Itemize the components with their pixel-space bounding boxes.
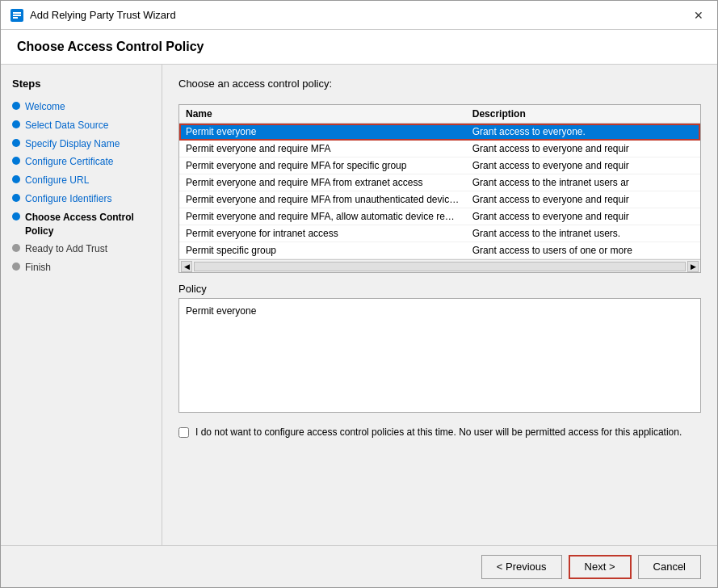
policy-table: Name Description Permit everyoneGrant ac… (179, 105, 700, 259)
sidebar-heading: Steps (9, 78, 153, 90)
table-row[interactable]: Permit everyone and require MFA, allow a… (179, 208, 700, 225)
sidebar-dot-configure-certificate (12, 157, 20, 165)
cancel-button[interactable]: Cancel (638, 555, 701, 579)
table-row[interactable]: Permit everyone for intranet accessGrant… (179, 225, 700, 242)
policy-table-body: Permit everyoneGrant access to everyone.… (179, 124, 700, 259)
sidebar-label-welcome[interactable]: Welcome (25, 100, 65, 114)
sidebar-dot-configure-url (12, 175, 20, 183)
sidebar-item-finish: Finish (9, 258, 153, 277)
sidebar-items: WelcomeSelect Data SourceSpecify Display… (9, 98, 153, 277)
sidebar: Steps WelcomeSelect Data SourceSpecify D… (1, 65, 162, 545)
table-row[interactable]: Permit everyone and require MFA from una… (179, 191, 700, 208)
policy-name-cell: Permit everyone and require MFA for spec… (179, 158, 466, 174)
checkbox-row: I do not want to configure access contro… (178, 426, 701, 439)
sidebar-label-ready-to-add-trust: Ready to Add Trust (25, 242, 107, 256)
horizontal-scrollbar-row: ◀ ▶ (179, 259, 700, 272)
wizard-icon (10, 9, 23, 22)
scroll-left-arrow[interactable]: ◀ (181, 261, 192, 272)
policy-box-inner: Permit everyone (179, 299, 700, 412)
no-policy-checkbox[interactable] (178, 427, 189, 438)
policy-section: Policy Permit everyone (178, 283, 701, 413)
policy-table-container: Name Description Permit everyoneGrant ac… (178, 104, 701, 273)
policy-name-cell: Permit specific group (179, 242, 466, 259)
sidebar-label-configure-certificate[interactable]: Configure Certificate (25, 155, 113, 169)
table-scroll-wrapper[interactable]: Name Description Permit everyoneGrant ac… (179, 105, 700, 259)
sidebar-item-welcome[interactable]: Welcome (9, 98, 153, 116)
sidebar-label-finish: Finish (25, 261, 51, 275)
button-row: < Previous Next > Cancel (1, 545, 717, 587)
sidebar-item-select-data-source[interactable]: Select Data Source (9, 116, 153, 135)
policy-desc-cell: Grant access to everyone and requir (466, 208, 700, 225)
policy-desc-cell: Grant access to the intranet users ar (466, 174, 700, 191)
policy-box-label: Policy (178, 283, 701, 295)
scroll-right-arrow[interactable]: ▶ (687, 261, 699, 272)
col-name-header: Name (179, 105, 466, 124)
sidebar-dot-specify-display-name (12, 139, 20, 147)
policy-desc-cell: Grant access to everyone. (466, 124, 700, 141)
sidebar-dot-finish (12, 262, 20, 271)
sidebar-label-select-data-source[interactable]: Select Data Source (25, 119, 108, 132)
sidebar-label-configure-url[interactable]: Configure URL (25, 174, 89, 187)
title-text: Add Relying Party Trust Wizard (30, 9, 176, 21)
policy-name-cell: Permit everyone (179, 124, 466, 141)
table-row[interactable]: Permit specific groupGrant access to use… (179, 242, 700, 259)
col-description-header: Description (466, 105, 700, 124)
policy-value: Permit everyone (186, 305, 256, 317)
sidebar-label-choose-access-control-policy: Choose Access Control Policy (25, 211, 150, 238)
sidebar-item-choose-access-control-policy: Choose Access Control Policy (9, 208, 153, 241)
horizontal-scrollbar[interactable] (194, 262, 686, 271)
table-row[interactable]: Permit everyone and require MFAGrant acc… (179, 141, 700, 158)
policy-box-container: Permit everyone (178, 298, 701, 413)
checkbox-label[interactable]: I do not want to configure access contro… (195, 426, 682, 439)
policy-desc-cell: Grant access to everyone and requir (466, 141, 700, 158)
sidebar-dot-welcome (12, 102, 20, 110)
dialog-window: Add Relying Party Trust Wizard ✕ Choose … (0, 0, 718, 588)
instruction-label: Choose an access control policy: (178, 78, 701, 90)
sidebar-item-ready-to-add-trust: Ready to Add Trust (9, 240, 153, 258)
previous-button[interactable]: < Previous (481, 555, 562, 579)
policy-desc-cell: Grant access to users of one or more (466, 242, 700, 259)
sidebar-item-specify-display-name[interactable]: Specify Display Name (9, 135, 153, 153)
svg-rect-1 (13, 12, 21, 14)
policy-name-cell: Permit everyone and require MFA, allow a… (179, 208, 466, 225)
policy-name-cell: Permit everyone for intranet access (179, 225, 466, 242)
main-content: Choose an access control policy: Name De… (162, 65, 717, 545)
table-row[interactable]: Permit everyoneGrant access to everyone. (179, 124, 700, 141)
svg-rect-2 (13, 15, 21, 16)
page-title: Choose Access Control Policy (17, 40, 701, 54)
policy-name-cell: Permit everyone and require MFA from una… (179, 191, 466, 208)
content-area: Steps WelcomeSelect Data SourceSpecify D… (1, 65, 717, 545)
sidebar-dot-configure-identifiers (12, 194, 20, 202)
sidebar-item-configure-certificate[interactable]: Configure Certificate (9, 153, 153, 171)
policy-desc-cell: Grant access to the intranet users. (466, 225, 700, 242)
title-bar: Add Relying Party Trust Wizard ✕ (1, 1, 717, 30)
title-bar-left: Add Relying Party Trust Wizard (10, 9, 176, 22)
table-row[interactable]: Permit everyone and require MFA from ext… (179, 174, 700, 191)
close-button[interactable]: ✕ (690, 6, 708, 24)
policy-name-cell: Permit everyone and require MFA from ext… (179, 174, 466, 191)
table-header-row: Name Description (179, 105, 700, 124)
sidebar-dot-ready-to-add-trust (12, 244, 20, 252)
sidebar-dot-choose-access-control-policy (12, 212, 20, 220)
table-row[interactable]: Permit everyone and require MFA for spec… (179, 158, 700, 174)
sidebar-label-specify-display-name[interactable]: Specify Display Name (25, 137, 120, 151)
sidebar-dot-select-data-source (12, 120, 20, 128)
sidebar-item-configure-url[interactable]: Configure URL (9, 171, 153, 190)
next-button[interactable]: Next > (569, 555, 632, 579)
svg-rect-3 (13, 17, 18, 19)
sidebar-item-configure-identifiers[interactable]: Configure Identifiers (9, 190, 153, 208)
policy-desc-cell: Grant access to everyone and requir (466, 191, 700, 208)
policy-name-cell: Permit everyone and require MFA (179, 141, 466, 158)
page-header: Choose Access Control Policy (1, 30, 717, 65)
sidebar-label-configure-identifiers[interactable]: Configure Identifiers (25, 192, 111, 206)
policy-desc-cell: Grant access to everyone and requir (466, 158, 700, 174)
